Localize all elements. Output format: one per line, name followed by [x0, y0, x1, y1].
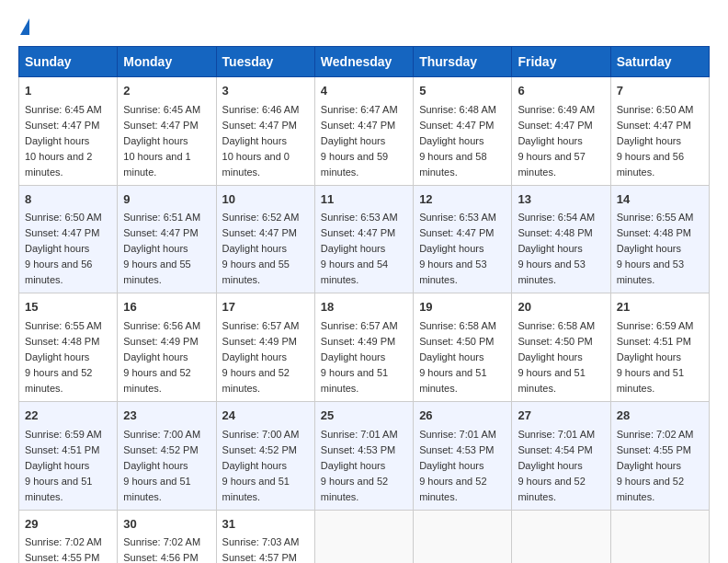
calendar-cell: 7 Sunrise: 6:50 AMSunset: 4:47 PMDayligh…	[610, 77, 709, 186]
day-info: Sunrise: 7:00 AMSunset: 4:52 PMDaylight …	[222, 429, 300, 502]
calendar-cell: 20 Sunrise: 6:58 AMSunset: 4:50 PMDaylig…	[512, 293, 610, 402]
calendar-cell: 31 Sunrise: 7:03 AMSunset: 4:57 PMDaylig…	[216, 510, 314, 563]
day-number: 14	[617, 190, 703, 209]
calendar-week-row: 15 Sunrise: 6:55 AMSunset: 4:48 PMDaylig…	[19, 293, 710, 402]
day-info: Sunrise: 6:58 AMSunset: 4:50 PMDaylight …	[518, 320, 595, 394]
calendar-cell: 8 Sunrise: 6:50 AMSunset: 4:47 PMDayligh…	[19, 185, 118, 293]
day-number: 23	[123, 407, 210, 425]
day-number: 16	[123, 298, 210, 316]
day-number: 28	[617, 407, 703, 425]
day-number: 31	[222, 515, 309, 534]
calendar-cell: 10 Sunrise: 6:52 AMSunset: 4:47 PMDaylig…	[216, 185, 314, 293]
day-number: 15	[25, 298, 111, 316]
day-info: Sunrise: 6:55 AMSunset: 4:48 PMDaylight …	[25, 320, 102, 394]
calendar-cell: 13 Sunrise: 6:54 AMSunset: 4:48 PMDaylig…	[512, 185, 610, 293]
day-number: 3	[222, 82, 309, 100]
day-info: Sunrise: 6:56 AMSunset: 4:49 PMDaylight …	[123, 320, 200, 394]
day-info: Sunrise: 7:03 AMSunset: 4:57 PMDaylight …	[222, 536, 300, 563]
day-number: 18	[321, 298, 407, 316]
day-number: 12	[419, 190, 506, 209]
calendar-cell: 28 Sunrise: 7:02 AMSunset: 4:55 PMDaylig…	[610, 402, 709, 511]
calendar-cell: 25 Sunrise: 7:01 AMSunset: 4:53 PMDaylig…	[314, 402, 413, 511]
day-info: Sunrise: 6:58 AMSunset: 4:50 PMDaylight …	[419, 320, 496, 394]
day-info: Sunrise: 7:01 AMSunset: 4:53 PMDaylight …	[419, 429, 496, 502]
calendar-header-friday: Friday	[512, 47, 610, 77]
day-number: 26	[419, 407, 506, 425]
day-number: 21	[617, 298, 703, 316]
logo-triangle-icon	[20, 18, 29, 35]
calendar-cell: 17 Sunrise: 6:57 AMSunset: 4:49 PMDaylig…	[216, 293, 314, 402]
day-info: Sunrise: 6:50 AMSunset: 4:47 PMDaylight …	[25, 212, 102, 285]
day-number: 22	[25, 407, 111, 425]
day-info: Sunrise: 7:02 AMSunset: 4:55 PMDaylight …	[617, 429, 694, 502]
day-number: 17	[222, 298, 309, 316]
calendar-cell: 27 Sunrise: 7:01 AMSunset: 4:54 PMDaylig…	[512, 402, 610, 511]
day-number: 20	[518, 298, 604, 316]
day-info: Sunrise: 6:45 AMSunset: 4:47 PMDaylight …	[123, 104, 200, 178]
day-number: 9	[123, 190, 210, 209]
day-number: 4	[321, 82, 407, 100]
day-number: 27	[518, 407, 604, 425]
calendar-cell: 26 Sunrise: 7:01 AMSunset: 4:53 PMDaylig…	[414, 402, 512, 511]
calendar-cell: 15 Sunrise: 6:55 AMSunset: 4:48 PMDaylig…	[19, 293, 118, 402]
day-number: 24	[222, 407, 309, 425]
calendar-cell: 19 Sunrise: 6:58 AMSunset: 4:50 PMDaylig…	[414, 293, 512, 402]
calendar-cell: 1 Sunrise: 6:45 AMSunset: 4:47 PMDayligh…	[19, 77, 118, 186]
day-number: 13	[518, 190, 604, 209]
day-info: Sunrise: 6:49 AMSunset: 4:47 PMDaylight …	[518, 104, 595, 178]
day-info: Sunrise: 6:51 AMSunset: 4:47 PMDaylight …	[123, 212, 200, 285]
calendar-cell	[610, 510, 709, 563]
day-number: 8	[25, 190, 111, 209]
calendar-week-row: 8 Sunrise: 6:50 AMSunset: 4:47 PMDayligh…	[19, 185, 710, 293]
calendar-cell: 4 Sunrise: 6:47 AMSunset: 4:47 PMDayligh…	[314, 77, 413, 186]
day-number: 7	[617, 82, 703, 100]
calendar-cell: 21 Sunrise: 6:59 AMSunset: 4:51 PMDaylig…	[610, 293, 709, 402]
calendar-cell: 2 Sunrise: 6:45 AMSunset: 4:47 PMDayligh…	[118, 77, 216, 186]
day-info: Sunrise: 6:57 AMSunset: 4:49 PMDaylight …	[222, 320, 300, 394]
day-number: 1	[25, 82, 111, 100]
calendar-header-row: SundayMondayTuesdayWednesdayThursdayFrid…	[19, 47, 710, 77]
day-number: 10	[222, 190, 309, 209]
calendar-cell: 9 Sunrise: 6:51 AMSunset: 4:47 PMDayligh…	[118, 185, 216, 293]
page-header	[18, 18, 710, 37]
calendar-cell	[512, 510, 610, 563]
calendar-cell	[414, 510, 512, 563]
day-info: Sunrise: 6:57 AMSunset: 4:49 PMDaylight …	[321, 320, 398, 394]
day-number: 19	[419, 298, 506, 316]
day-number: 11	[321, 190, 407, 209]
calendar-week-row: 22 Sunrise: 6:59 AMSunset: 4:51 PMDaylig…	[19, 402, 710, 511]
day-info: Sunrise: 6:48 AMSunset: 4:47 PMDaylight …	[419, 104, 496, 178]
day-info: Sunrise: 6:53 AMSunset: 4:47 PMDaylight …	[321, 212, 398, 285]
calendar-header-tuesday: Tuesday	[216, 47, 314, 77]
day-number: 5	[419, 82, 506, 100]
day-info: Sunrise: 7:02 AMSunset: 4:55 PMDaylight …	[25, 536, 102, 563]
calendar-header-sunday: Sunday	[19, 47, 118, 77]
calendar-cell: 30 Sunrise: 7:02 AMSunset: 4:56 PMDaylig…	[118, 510, 216, 563]
day-info: Sunrise: 7:00 AMSunset: 4:52 PMDaylight …	[123, 429, 200, 502]
calendar-cell: 29 Sunrise: 7:02 AMSunset: 4:55 PMDaylig…	[19, 510, 118, 563]
calendar-table: SundayMondayTuesdayWednesdayThursdayFrid…	[18, 46, 710, 563]
day-info: Sunrise: 6:54 AMSunset: 4:48 PMDaylight …	[518, 212, 595, 285]
calendar-cell: 14 Sunrise: 6:55 AMSunset: 4:48 PMDaylig…	[610, 185, 709, 293]
day-number: 2	[123, 82, 210, 100]
calendar-body: 1 Sunrise: 6:45 AMSunset: 4:47 PMDayligh…	[19, 77, 710, 564]
day-info: Sunrise: 6:59 AMSunset: 4:51 PMDaylight …	[617, 320, 694, 394]
calendar-cell: 22 Sunrise: 6:59 AMSunset: 4:51 PMDaylig…	[19, 402, 118, 511]
calendar-cell: 24 Sunrise: 7:00 AMSunset: 4:52 PMDaylig…	[216, 402, 314, 511]
calendar-cell: 18 Sunrise: 6:57 AMSunset: 4:49 PMDaylig…	[314, 293, 413, 402]
day-number: 29	[25, 515, 111, 534]
day-info: Sunrise: 6:55 AMSunset: 4:48 PMDaylight …	[617, 212, 694, 285]
day-info: Sunrise: 6:52 AMSunset: 4:47 PMDaylight …	[222, 212, 300, 285]
day-info: Sunrise: 7:01 AMSunset: 4:54 PMDaylight …	[518, 429, 595, 502]
day-info: Sunrise: 6:53 AMSunset: 4:47 PMDaylight …	[419, 212, 496, 285]
day-info: Sunrise: 6:45 AMSunset: 4:47 PMDaylight …	[25, 104, 102, 178]
day-number: 30	[123, 515, 210, 534]
calendar-cell: 23 Sunrise: 7:00 AMSunset: 4:52 PMDaylig…	[118, 402, 216, 511]
calendar-header-saturday: Saturday	[610, 47, 709, 77]
day-info: Sunrise: 6:47 AMSunset: 4:47 PMDaylight …	[321, 104, 398, 178]
calendar-cell: 5 Sunrise: 6:48 AMSunset: 4:47 PMDayligh…	[414, 77, 512, 186]
calendar-cell: 12 Sunrise: 6:53 AMSunset: 4:47 PMDaylig…	[414, 185, 512, 293]
day-info: Sunrise: 7:02 AMSunset: 4:56 PMDaylight …	[123, 536, 200, 563]
calendar-cell: 11 Sunrise: 6:53 AMSunset: 4:47 PMDaylig…	[314, 185, 413, 293]
day-number: 25	[321, 407, 407, 425]
